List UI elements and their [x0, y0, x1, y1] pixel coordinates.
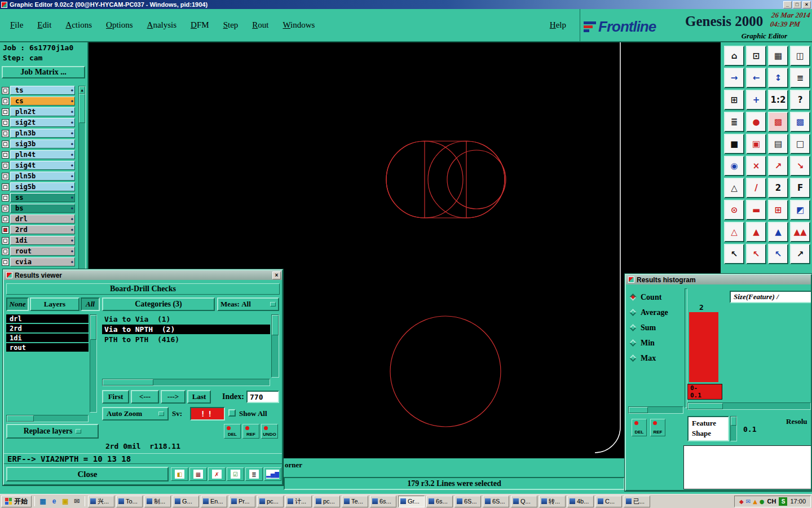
task-button[interactable]: To... — [116, 496, 143, 507]
mail-tray-icon[interactable]: ✉ — [746, 498, 751, 505]
task-button[interactable]: 6S... — [454, 496, 481, 507]
menu-item[interactable]: Options — [106, 20, 133, 30]
menu-item[interactable]: Windows — [283, 20, 315, 30]
layer-visibility-checkbox[interactable] — [2, 141, 9, 148]
layer-row[interactable]: bs — [2, 204, 78, 213]
layer-row[interactable]: cs — [2, 97, 78, 106]
severity-alert-button[interactable]: !! — [190, 407, 225, 421]
histogram-del-button[interactable]: DEL — [632, 419, 647, 436]
layer-list-vscrollbar[interactable] — [90, 314, 97, 413]
filter-none-button[interactable]: None — [6, 297, 29, 311]
layer-button[interactable]: sig5b — [10, 182, 75, 191]
red-dot-icon[interactable]: ● — [746, 112, 766, 132]
layer-button[interactable]: ts — [10, 86, 75, 95]
layer-visibility-checkbox[interactable] — [2, 216, 9, 223]
task-button[interactable]: En... — [201, 496, 227, 507]
layer-row[interactable]: pln5b — [2, 172, 78, 181]
result-layer-item[interactable]: rout — [6, 343, 89, 352]
pan-vertical-icon[interactable]: ↕ — [768, 68, 788, 88]
task-button[interactable]: 6S... — [483, 496, 509, 507]
menu-item[interactable]: Step — [223, 20, 239, 30]
task-button[interactable]: 6s... — [370, 496, 396, 507]
layer-button[interactable]: rout — [10, 247, 75, 256]
layer-row[interactable]: sig4t — [2, 161, 78, 170]
stat-option[interactable]: Count — [630, 290, 668, 305]
results-histogram-titlebar[interactable]: Results histogram — [626, 275, 811, 284]
layer-button[interactable]: cs — [10, 97, 75, 106]
layer-button[interactable]: bs — [10, 204, 75, 213]
ruler-icon[interactable]: ▤ — [768, 134, 788, 154]
stat-option[interactable]: Min — [630, 335, 668, 351]
triangle-red-icon[interactable]: ▲ — [746, 222, 766, 242]
select-arrow-icon[interactable]: ↖ — [724, 244, 744, 264]
triangle-tool-icon[interactable]: △ — [724, 178, 744, 198]
two-circle-icon[interactable]: 2 — [768, 178, 788, 198]
layer-menu-diamond-icon[interactable] — [71, 195, 73, 200]
replace-layers-button[interactable]: Replace layers — [6, 424, 99, 439]
center-dot-icon[interactable]: ⊙ — [724, 200, 744, 220]
fill-square-icon[interactable]: ■ — [724, 134, 744, 154]
menu-item[interactable]: Analysis — [147, 20, 177, 30]
maximize-button[interactable]: □ — [793, 1, 801, 8]
show-all-checkbox[interactable] — [228, 409, 236, 417]
copy-shape-icon[interactable]: ▣ — [746, 134, 766, 154]
histogram-bar[interactable] — [689, 312, 718, 382]
close-button[interactable]: × — [802, 1, 811, 8]
layer-menu-diamond-icon[interactable] — [71, 99, 73, 103]
layer-visibility-checkbox[interactable] — [2, 87, 9, 94]
zoom-fit-icon[interactable]: ⊞ — [724, 90, 744, 110]
desktop-icon[interactable]: ▦ — [38, 496, 48, 506]
task-button[interactable]: Gr... — [398, 496, 425, 507]
layer-row[interactable]: cvia — [2, 257, 78, 266]
histogram-icon[interactable]: ▂▅▇ — [264, 467, 281, 481]
layer-visibility-checkbox[interactable] — [2, 108, 9, 116]
layer-menu-diamond-icon[interactable] — [71, 174, 73, 178]
task-button[interactable]: 6s... — [426, 496, 453, 507]
layer-menu-diamond-icon[interactable] — [71, 152, 73, 157]
layer-row[interactable]: pln4t — [2, 150, 78, 159]
flag-f-icon[interactable]: F — [790, 178, 810, 198]
report-icon[interactable]: ≣ — [245, 467, 263, 481]
pattern-blue-icon[interactable]: ▩ — [790, 112, 810, 132]
verify-icon[interactable]: ☑ — [227, 467, 244, 481]
layer-visibility-checkbox[interactable] — [2, 259, 9, 266]
auto-zoom-dropdown[interactable]: Auto Zoom — [102, 407, 169, 421]
menu-item[interactable]: Actions — [65, 20, 92, 30]
task-button[interactable]: 制... — [144, 496, 171, 507]
task-button[interactable]: pc... — [257, 496, 284, 507]
layer-visibility-checkbox[interactable] — [2, 98, 9, 105]
select-rotate-icon[interactable]: ↗ — [790, 244, 810, 264]
split-view-icon[interactable]: ◫ — [790, 46, 810, 66]
layer-button[interactable]: pln5b — [10, 172, 75, 181]
minimize-button[interactable]: _ — [783, 1, 792, 8]
layer-visibility-checkbox[interactable] — [2, 130, 9, 137]
layer-visibility-checkbox[interactable] — [2, 183, 9, 191]
layer-button[interactable]: 2rd — [10, 225, 75, 234]
result-layer-item[interactable]: 2rd — [6, 324, 89, 332]
stats-hscrollbar[interactable] — [628, 406, 683, 414]
layer-menu-diamond-icon[interactable] — [71, 238, 73, 243]
layer-row[interactable]: sig2t — [2, 118, 78, 127]
histogram-bin-label[interactable]: 0- 0.1 — [687, 384, 722, 400]
layer-button[interactable]: sig2t — [10, 118, 75, 127]
help-icon[interactable]: ? — [790, 90, 810, 110]
layer-row[interactable]: sig3b — [2, 139, 78, 148]
slope-line-icon[interactable]: / — [746, 178, 766, 198]
layer-row[interactable]: pln2t — [2, 107, 78, 116]
results-viewer-close-icon[interactable]: × — [272, 271, 281, 279]
measure-se-icon[interactable]: ↘ — [790, 156, 810, 176]
task-button[interactable]: 计... — [285, 496, 312, 507]
layer-row[interactable]: pln3b — [2, 129, 78, 138]
pattern-red-icon[interactable]: ▩ — [768, 112, 788, 132]
layer-visibility-checkbox[interactable] — [2, 194, 9, 202]
layer-visibility-checkbox[interactable] — [2, 226, 9, 234]
shapes-icon[interactable]: ◩ — [790, 200, 810, 220]
viewer-close-button[interactable]: Close — [6, 467, 169, 481]
results-viewer-titlebar[interactable]: Results viewer × — [4, 270, 282, 280]
layers-lines-icon[interactable]: ≡ — [790, 68, 810, 88]
scroll-up-icon[interactable]: ▲ — [79, 86, 85, 94]
layer-menu-diamond-icon[interactable] — [71, 142, 73, 146]
task-button[interactable]: C... — [595, 496, 622, 507]
layer-visibility-checkbox[interactable] — [2, 237, 9, 244]
warning-icon[interactable]: ▲ — [753, 498, 757, 505]
